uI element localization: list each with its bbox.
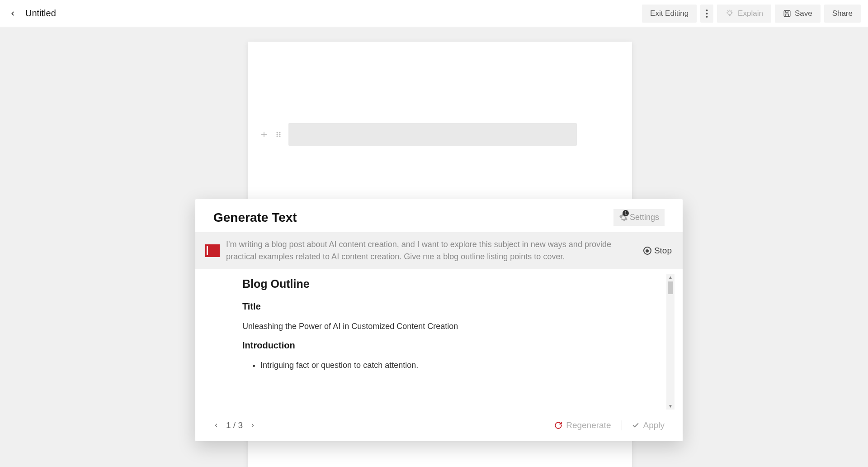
- output-heading: Blog Outline: [242, 277, 665, 291]
- canvas: Generate Text 1 Settings I'm writing a b…: [0, 27, 868, 467]
- regenerate-label: Regenerate: [566, 420, 611, 430]
- save-label: Save: [795, 9, 812, 18]
- svg-point-18: [277, 136, 278, 137]
- scrollbar[interactable]: ▲ ▼: [666, 274, 675, 410]
- exit-editing-button[interactable]: Exit Editing: [642, 5, 697, 23]
- topbar-right: Exit Editing Explain Save Share: [642, 5, 861, 23]
- svg-point-0: [706, 10, 708, 11]
- topbar: Untitled Exit Editing Explain Save Share: [0, 0, 868, 27]
- back-button[interactable]: [7, 8, 18, 19]
- regenerate-button[interactable]: Regenerate: [554, 420, 611, 430]
- scroll-thumb[interactable]: [668, 281, 673, 294]
- more-vertical-icon: [706, 10, 708, 18]
- apply-button[interactable]: Apply: [622, 420, 665, 430]
- chevron-left-icon: [213, 423, 219, 428]
- svg-point-1: [706, 13, 708, 14]
- svg-line-8: [731, 10, 732, 11]
- svg-rect-11: [786, 14, 788, 16]
- svg-point-19: [279, 136, 281, 137]
- refresh-icon: [554, 421, 562, 429]
- svg-point-16: [277, 134, 278, 135]
- save-button[interactable]: Save: [775, 5, 821, 23]
- apply-label: Apply: [643, 420, 665, 430]
- panel-footer: 1 / 3 Regenerate Apply: [195, 414, 683, 441]
- settings-button[interactable]: 1 Settings: [613, 209, 665, 226]
- lightbulb-icon: [725, 9, 734, 18]
- svg-point-2: [706, 16, 708, 18]
- share-button[interactable]: Share: [824, 5, 861, 23]
- pager-total: 3: [238, 420, 243, 430]
- scroll-down-icon: ▼: [667, 403, 674, 410]
- generate-text-panel: Generate Text 1 Settings I'm writing a b…: [195, 199, 683, 441]
- explain-label: Explain: [738, 9, 763, 18]
- pager-next[interactable]: [250, 420, 255, 430]
- pager-text: 1 / 3: [226, 420, 243, 430]
- share-label: Share: [832, 9, 853, 18]
- output-intro-bullet: Intriguing fact or question to catch att…: [260, 361, 665, 370]
- svg-point-3: [728, 11, 731, 14]
- pager-current: 1: [226, 420, 231, 430]
- pager-prev[interactable]: [213, 420, 219, 430]
- save-icon: [783, 10, 791, 18]
- svg-point-15: [279, 132, 281, 133]
- pager-sep: /: [233, 420, 236, 430]
- svg-line-7: [727, 10, 728, 11]
- chevron-left-icon: [9, 10, 16, 17]
- drag-handle[interactable]: [274, 130, 283, 139]
- plus-icon: [260, 130, 268, 138]
- prompt-row: I'm writing a blog post about AI content…: [195, 232, 683, 269]
- output-title-text: Unleashing the Power of AI in Customized…: [242, 322, 665, 331]
- more-options-button[interactable]: [700, 5, 713, 23]
- add-block-button[interactable]: [259, 130, 269, 139]
- stop-icon: [643, 247, 651, 255]
- settings-badge: 1: [623, 210, 629, 216]
- drag-icon: [275, 131, 282, 138]
- output-area: Blog Outline Title Unleashing the Power …: [195, 269, 683, 414]
- panel-header: Generate Text 1 Settings: [195, 199, 683, 232]
- svg-point-17: [279, 134, 281, 135]
- exit-editing-label: Exit Editing: [650, 9, 689, 18]
- footer-actions: Regenerate Apply: [554, 420, 665, 430]
- panel-title: Generate Text: [213, 210, 297, 225]
- pager: 1 / 3: [213, 420, 255, 430]
- output-intro-list: Intriguing fact or question to catch att…: [242, 361, 665, 370]
- explain-button[interactable]: Explain: [717, 5, 771, 23]
- output-intro-label: Introduction: [242, 340, 665, 351]
- stop-label: Stop: [654, 246, 672, 256]
- settings-label: Settings: [630, 213, 659, 222]
- stop-button[interactable]: Stop: [643, 246, 672, 256]
- output-title-label: Title: [242, 301, 665, 312]
- topbar-left: Untitled: [7, 8, 56, 19]
- scroll-up-icon: ▲: [667, 274, 674, 281]
- document-title: Untitled: [25, 8, 56, 19]
- block-controls: [259, 123, 577, 146]
- svg-point-14: [277, 132, 278, 133]
- prompt-text: I'm writing a blog post about AI content…: [226, 238, 637, 263]
- chevron-right-icon: [250, 423, 255, 428]
- check-icon: [632, 422, 639, 429]
- block-placeholder[interactable]: [288, 123, 577, 146]
- prompt-icon: [205, 244, 220, 257]
